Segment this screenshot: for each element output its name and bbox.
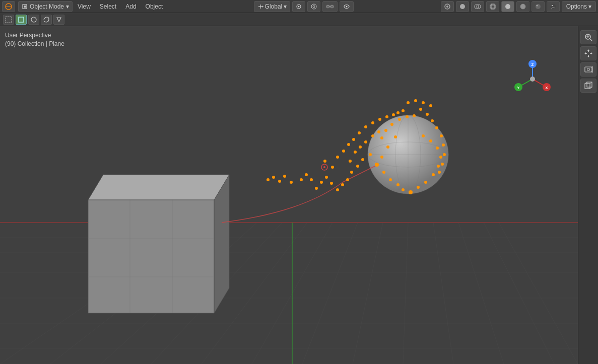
svg-point-145 — [414, 99, 417, 102]
svg-marker-57 — [88, 175, 229, 200]
add-menu[interactable]: Add — [121, 1, 140, 12]
proportional-btn[interactable] — [307, 1, 320, 12]
svg-point-109 — [336, 188, 339, 191]
svg-text:Z: Z — [531, 62, 534, 67]
svg-point-11 — [326, 5, 329, 8]
options-button[interactable]: Options ▾ — [562, 1, 596, 12]
svg-point-123 — [396, 111, 400, 114]
svg-point-83 — [417, 186, 420, 189]
svg-point-116 — [300, 178, 303, 181]
svg-marker-163 — [587, 49, 589, 51]
svg-point-90 — [422, 134, 425, 137]
tool-box-select[interactable] — [16, 15, 27, 25]
pan-tool-btn[interactable] — [580, 46, 596, 60]
svg-point-118 — [283, 175, 286, 178]
top-menu-bar: Object Mode ▾ View Select Add Object Glo… — [0, 0, 598, 13]
svg-point-104 — [354, 151, 357, 154]
svg-point-26 — [536, 4, 541, 9]
svg-point-87 — [439, 156, 442, 159]
svg-line-160 — [590, 39, 592, 41]
snap-btn[interactable] — [292, 1, 305, 12]
svg-point-110 — [330, 182, 333, 185]
orthographic-view-btn[interactable] — [580, 79, 596, 93]
3d-viewport[interactable]: User Perspective (90) Collection | Plane… — [0, 26, 578, 364]
svg-point-119 — [278, 180, 281, 183]
blender-menu-icon[interactable] — [2, 1, 15, 12]
svg-point-108 — [377, 130, 380, 133]
svg-point-168 — [587, 68, 589, 71]
render-mode-icon[interactable] — [441, 1, 454, 12]
svg-point-137 — [347, 143, 350, 146]
svg-point-133 — [331, 166, 334, 169]
viewport-shading-icon[interactable] — [456, 1, 469, 12]
transform-mode-btn[interactable]: Global ▾ — [254, 1, 291, 12]
svg-point-95 — [384, 129, 387, 132]
svg-point-139 — [358, 131, 361, 134]
svg-point-117 — [290, 181, 293, 184]
svg-rect-3 — [24, 6, 26, 8]
svg-marker-164 — [587, 56, 589, 57]
svg-point-146 — [407, 101, 410, 104]
material-mode-btn[interactable] — [516, 1, 529, 12]
svg-point-88 — [436, 147, 439, 150]
rendered-mode-btn[interactable] — [547, 1, 560, 12]
svg-point-82 — [409, 190, 413, 194]
viewport-toolbar — [0, 13, 598, 26]
svg-point-107 — [371, 134, 374, 137]
svg-point-129 — [442, 143, 445, 147]
svg-point-105 — [359, 145, 362, 149]
svg-line-44 — [484, 223, 554, 364]
svg-point-91 — [413, 114, 416, 117]
select-menu[interactable]: Select — [96, 1, 120, 12]
camera-view-btn[interactable] — [580, 62, 596, 77]
svg-point-148 — [429, 104, 432, 107]
tool-lasso-select[interactable] — [41, 15, 52, 25]
pivot-btn[interactable] — [322, 1, 338, 12]
tool-circle-select[interactable] — [28, 15, 39, 25]
visibility-btn[interactable] — [340, 1, 354, 12]
svg-point-85 — [432, 173, 435, 176]
svg-point-120 — [272, 176, 275, 179]
svg-point-84 — [424, 181, 427, 184]
svg-point-114 — [310, 178, 313, 181]
svg-point-131 — [441, 163, 444, 166]
svg-text:Y: Y — [517, 86, 520, 90]
right-panel — [578, 26, 598, 364]
xray-btn[interactable] — [486, 1, 499, 12]
object-mode-selector[interactable]: Object Mode ▾ — [18, 1, 73, 12]
tool-extra[interactable] — [53, 15, 64, 25]
overlay-btn[interactable] — [471, 1, 484, 12]
svg-marker-166 — [591, 52, 592, 54]
svg-point-121 — [267, 178, 270, 181]
svg-point-100 — [350, 171, 353, 174]
svg-point-143 — [385, 115, 388, 118]
svg-point-103 — [349, 160, 352, 163]
solid-mode-btn[interactable] — [501, 1, 514, 12]
svg-point-102 — [341, 183, 344, 186]
svg-line-43 — [458, 223, 504, 364]
svg-point-10 — [313, 6, 315, 8]
svg-point-12 — [330, 5, 334, 8]
viewport-gizmo[interactable]: Z X Y — [512, 59, 553, 99]
view-menu[interactable]: View — [74, 1, 95, 12]
svg-point-17 — [446, 6, 448, 8]
svg-point-158 — [530, 77, 535, 82]
tool-select[interactable] — [3, 15, 14, 25]
svg-point-15 — [346, 6, 348, 7]
svg-line-41 — [403, 223, 408, 364]
svg-point-138 — [352, 138, 355, 141]
svg-point-74 — [386, 145, 389, 149]
svg-marker-6 — [262, 6, 263, 8]
render-preview-btn[interactable] — [531, 1, 545, 12]
svg-point-115 — [305, 173, 308, 176]
svg-point-76 — [380, 156, 383, 159]
svg-text:X: X — [545, 86, 548, 90]
svg-point-98 — [361, 158, 364, 161]
svg-rect-169 — [585, 84, 590, 89]
svg-point-142 — [378, 118, 381, 121]
svg-point-81 — [402, 188, 405, 191]
svg-point-141 — [371, 121, 374, 124]
zoom-tool-btn[interactable] — [580, 30, 596, 44]
svg-point-92 — [406, 115, 409, 118]
object-menu[interactable]: Object — [142, 1, 167, 12]
